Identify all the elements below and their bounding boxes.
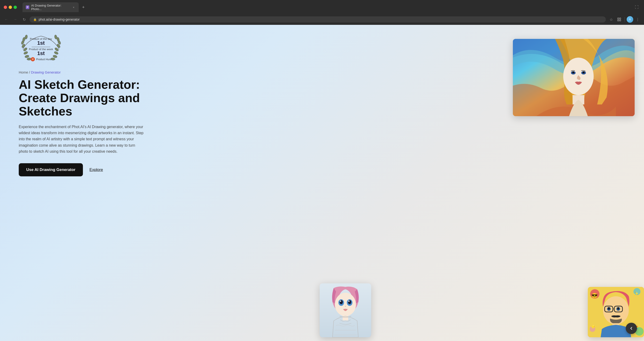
browser-chrome: P AI Drawing Generator: Photo... × + ⛶ ←… (0, 0, 644, 25)
window-expand-button[interactable]: ⛶ (633, 4, 640, 11)
portrait-main (513, 39, 635, 116)
right-section: 😎 ✨ 🌈 ⭐ 💫 🎨 (322, 25, 644, 341)
breadcrumb-separator: / (29, 70, 30, 74)
badge-day-line: Product of the day 1st (30, 38, 52, 46)
badge-divider (32, 47, 50, 47)
svg-point-25 (583, 72, 584, 73)
toolbar-separator (624, 17, 625, 22)
badge-week-rank: 1st (37, 50, 45, 56)
svg-point-34 (348, 300, 350, 302)
svg-point-16 (54, 35, 57, 39)
breadcrumb: Home / Drawing Generator (19, 70, 308, 74)
explore-button[interactable]: Explore (90, 168, 103, 172)
svg-point-28 (335, 293, 356, 316)
heading-line1: AI Sketch Generator: (19, 78, 140, 91)
reload-button[interactable]: ↻ (20, 16, 28, 23)
ph-text: Product Hunt (36, 58, 51, 61)
url-text: phot.ai/ai-drawing-generator (39, 18, 80, 21)
traffic-lights (4, 6, 17, 9)
anime-artwork (320, 284, 371, 337)
svg-text:😎: 😎 (591, 292, 598, 299)
minimize-window-button[interactable] (9, 6, 12, 9)
main-heading: AI Sketch Generator: Create Drawings and… (19, 78, 308, 118)
heading-line2: Create Drawings and (19, 91, 140, 105)
svg-point-10 (24, 55, 29, 58)
product-hunt-badge: Product of the day 1st Product of the we… (19, 34, 66, 65)
profile-initial: A (629, 18, 631, 21)
badge-day-rank: 1st (37, 40, 45, 46)
svg-rect-0 (618, 18, 619, 19)
svg-point-18 (53, 55, 57, 58)
maximize-window-button[interactable] (14, 6, 17, 9)
left-section: Product of the day 1st Product of the we… (0, 25, 322, 341)
tab-bar: P AI Drawing Generator: Photo... × + (22, 2, 631, 12)
svg-text:⭐: ⭐ (590, 324, 595, 329)
tab-close-button[interactable]: × (72, 6, 76, 9)
heading-line3: Sketches (19, 104, 72, 118)
tab-favicon: P (26, 6, 29, 9)
svg-point-17 (54, 51, 59, 55)
badge-week-label: Product of the week (29, 48, 53, 50)
anime-artwork-card (320, 284, 371, 337)
new-tab-button[interactable]: + (80, 4, 87, 10)
ph-logo: P (31, 57, 35, 61)
main-artwork-card (513, 39, 635, 116)
badge-wreath: Product of the day 1st Product of the we… (19, 34, 63, 65)
svg-point-24 (572, 72, 574, 73)
svg-point-35 (345, 306, 346, 307)
svg-rect-1 (620, 18, 621, 19)
toolbar-actions: ☆ A ⋮ (608, 16, 641, 23)
use-generator-button[interactable]: Use AI Drawing Generator (19, 163, 83, 176)
svg-rect-3 (620, 20, 621, 21)
tab-title: AI Drawing Generator: Photo... (31, 4, 70, 11)
breadcrumb-home[interactable]: Home (19, 70, 28, 74)
svg-rect-2 (618, 20, 619, 21)
badge-week-line: Product of the week 1st (29, 48, 53, 56)
lock-icon: 🔒 (33, 18, 37, 21)
close-window-button[interactable] (4, 6, 7, 9)
extensions-button[interactable] (616, 16, 623, 23)
svg-point-55 (617, 307, 619, 310)
hero-description: Experience the enchantment of Phot.AI's … (19, 124, 145, 155)
back-button[interactable]: ← (3, 16, 10, 23)
badge-ph-row: P Product Hunt (31, 57, 51, 61)
svg-point-9 (24, 51, 28, 55)
svg-point-54 (608, 307, 610, 310)
address-bar[interactable]: 🔒 phot.ai/ai-drawing-generator (30, 16, 606, 22)
breadcrumb-current[interactable]: Drawing Generator (31, 70, 61, 74)
browser-toolbar: ← → ↻ 🔒 phot.ai/ai-drawing-generator ☆ A… (0, 14, 644, 25)
corner-button[interactable] (626, 323, 637, 334)
svg-point-8 (25, 35, 28, 39)
forward-button[interactable]: → (12, 16, 19, 23)
browser-titlebar: P AI Drawing Generator: Photo... × + ⛶ (0, 0, 644, 14)
cta-row: Use AI Drawing Generator Explore (19, 163, 308, 176)
bookmark-button[interactable]: ☆ (608, 16, 615, 23)
page-content: Product of the day 1st Product of the we… (0, 25, 644, 341)
svg-point-33 (340, 300, 341, 302)
portrait-artwork (513, 39, 635, 116)
svg-text:✨: ✨ (634, 291, 639, 296)
badge-text: Product of the day 1st Product of the we… (29, 38, 53, 61)
menu-button[interactable]: ⋮ (634, 16, 641, 23)
profile-avatar[interactable]: A (627, 16, 633, 23)
active-tab[interactable]: P AI Drawing Generator: Photo... × (22, 2, 79, 12)
